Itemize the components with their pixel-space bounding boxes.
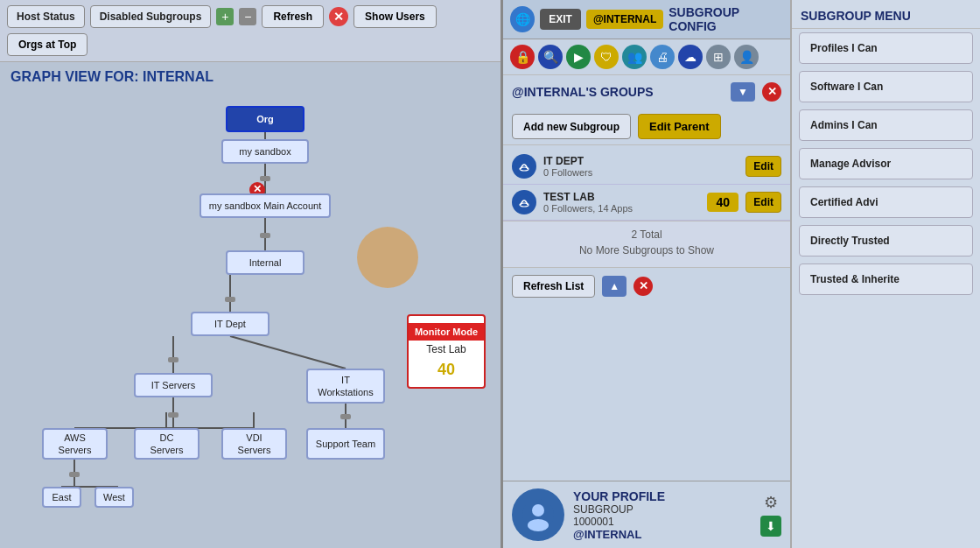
group-followers-testlab: 0 Followers, 14 Apps (543, 203, 700, 214)
vdi-servers-node[interactable]: VDI Servers (221, 428, 287, 460)
refresh-list-button[interactable]: Refresh List (512, 275, 595, 298)
svg-line-9 (230, 336, 346, 369)
edit-parent-button[interactable]: Edit Parent (638, 114, 721, 139)
main-account-node[interactable]: my sandbox Main Account (200, 193, 331, 218)
group-item-itdept: IT DEPT 0 Followers Edit (503, 149, 790, 185)
group-info-testlab: TEST LAB 0 Followers, 14 Apps (543, 191, 700, 214)
header-icons: 🔒 🔍 ▶ 🛡 👥 🖨 ☁ ⊞ 👤 (503, 39, 790, 75)
show-users-button[interactable]: Show Users (354, 5, 437, 28)
close-groups-button[interactable]: ✕ (762, 82, 781, 102)
svg-point-29 (532, 504, 544, 516)
menu-item-manage-advisor[interactable]: Manage Advisor (799, 148, 973, 179)
aws-servers-node[interactable]: AWS Servers (42, 428, 108, 460)
it-servers-node[interactable]: IT Servers (134, 373, 213, 397)
support-team-node[interactable]: Support Team (306, 428, 385, 460)
profile-title: YOUR PROFILE (573, 489, 752, 503)
group-num-testlab: 40 (707, 193, 738, 212)
svg-rect-20 (69, 472, 80, 477)
svg-rect-4 (260, 233, 270, 238)
remove-button[interactable]: ✕ (634, 277, 653, 296)
printer-icon[interactable]: 🖨 (650, 45, 675, 69)
profile-download-button[interactable]: ⬇ (760, 516, 781, 537)
globe-icon: 🌐 (510, 6, 535, 32)
profile-avatar (512, 488, 564, 541)
graph-title: GRAPH VIEW FOR: INTERNAL (0, 62, 500, 88)
no-more-label: No More Subgroups to Show (512, 241, 781, 260)
svg-rect-18 (340, 414, 351, 419)
cloud-icon[interactable]: ☁ (678, 45, 703, 69)
shield-icon[interactable]: 🛡 (594, 45, 619, 69)
add-subgroup-button[interactable]: Add new Subgroup (512, 114, 631, 139)
menu-item-software[interactable]: Software I Can (799, 71, 973, 102)
grid-icon[interactable]: ⊞ (706, 45, 731, 69)
profile-icon[interactable]: 👤 (734, 45, 759, 69)
org-node[interactable]: Org (226, 106, 304, 132)
orgs-at-top-button[interactable]: Orgs at Top (7, 33, 88, 56)
search-icon[interactable]: 🔍 (538, 45, 563, 69)
people-icon[interactable]: 👥 (622, 45, 647, 69)
edit-testlab-button[interactable]: Edit (746, 192, 781, 213)
group-name-itdept: IT DEPT (543, 155, 738, 167)
disabled-subgroups-tab[interactable]: Disabled Subgroups (90, 5, 212, 28)
exit-button[interactable]: EXIT (540, 9, 581, 30)
up-arrow-button[interactable]: ▲ (602, 276, 626, 297)
orange-circle (357, 227, 418, 288)
filter-button[interactable]: ▼ (731, 82, 755, 102)
monitor-number: 40 (438, 360, 455, 380)
subgroup-config-title: SUBGROUP CONFIG (668, 5, 783, 33)
group-name-testlab: TEST LAB (543, 191, 700, 203)
total-label: 2 Total (512, 228, 781, 241)
add-icon[interactable]: + (216, 8, 234, 25)
profile-subgroup-label: SUBGROUP (573, 503, 752, 516)
graph-area: Org my sandbox ✕ my sandbox Main Account… (0, 88, 500, 548)
menu-title: SUBGROUP MENU (792, 0, 980, 29)
group-icon-itdept (512, 154, 536, 179)
lock-icon[interactable]: 🔒 (510, 45, 535, 69)
svg-rect-8 (168, 357, 178, 362)
group-info-itdept: IT DEPT 0 Followers (543, 155, 738, 178)
host-status-tab[interactable]: Host Status (7, 5, 85, 28)
svg-point-24 (516, 158, 532, 174)
total-section: 2 Total No More Subgroups to Show (503, 221, 790, 268)
menu-item-trusted-inherite[interactable]: Trusted & Inherite (799, 263, 973, 295)
east-node[interactable]: East (42, 487, 81, 508)
refresh-button[interactable]: Refresh (262, 5, 324, 28)
groups-title-row: @INTERNAL'S GROUPS ▼ ✕ (503, 75, 790, 109)
play-icon[interactable]: ▶ (566, 45, 591, 69)
svg-rect-11 (168, 412, 178, 418)
menu-item-profiles[interactable]: Profiles I Can (799, 32, 973, 64)
internal-badge: @INTERNAL (586, 10, 663, 29)
right-panel: 🌐 EXIT @INTERNAL SUBGROUP CONFIG 🔒 🔍 ▶ 🛡… (503, 0, 980, 548)
refresh-row: Refresh List ▲ ✕ (503, 268, 790, 305)
toolbar: Host Status Disabled Subgroups + − Refre… (0, 0, 500, 62)
svg-rect-6 (225, 297, 235, 302)
groups-header: 🌐 EXIT @INTERNAL SUBGROUP CONFIG (503, 0, 790, 39)
it-dept-node[interactable]: IT Dept (191, 312, 270, 336)
close-left-button[interactable]: ✕ (329, 7, 348, 26)
svg-point-30 (528, 519, 549, 531)
internal-node[interactable]: Internal (226, 250, 304, 275)
profile-subgroup-id: 1000001 (573, 516, 752, 528)
west-node[interactable]: West (94, 487, 134, 508)
group-icon-testlab (512, 190, 536, 214)
my-sandbox-node[interactable]: my sandbox (221, 139, 309, 164)
monitor-sub-label: Test Lab (424, 341, 468, 360)
groups-title: @INTERNAL'S GROUPS (512, 85, 724, 99)
groups-panel: 🌐 EXIT @INTERNAL SUBGROUP CONFIG 🔒 🔍 ▶ 🛡… (503, 0, 792, 548)
menu-panel: SUBGROUP MENU Profiles I Can Software I … (792, 0, 980, 548)
group-followers-itdept: 0 Followers (543, 167, 738, 178)
minus-icon[interactable]: − (239, 8, 256, 25)
profile-gear-button[interactable]: ⚙ (760, 493, 781, 512)
add-parent-row: Add new Subgroup Edit Parent (503, 109, 790, 145)
dc-servers-node[interactable]: DC Servers (134, 428, 200, 460)
menu-item-admins[interactable]: Admins I Can (799, 109, 973, 141)
svg-point-26 (516, 194, 532, 210)
monitor-mode-node[interactable]: Monitor Mode Test Lab 40 (407, 314, 486, 389)
edit-itdept-button[interactable]: Edit (746, 156, 781, 177)
menu-item-certified-advi[interactable]: Certified Advi (799, 186, 973, 218)
profile-name: @INTERNAL (573, 528, 752, 541)
it-workstations-node[interactable]: IT Workstations (306, 369, 385, 404)
profile-info: YOUR PROFILE SUBGROUP 1000001 @INTERNAL (573, 489, 752, 541)
menu-item-directly-trusted[interactable]: Directly Trusted (799, 225, 973, 256)
left-panel: Host Status Disabled Subgroups + − Refre… (0, 0, 503, 548)
